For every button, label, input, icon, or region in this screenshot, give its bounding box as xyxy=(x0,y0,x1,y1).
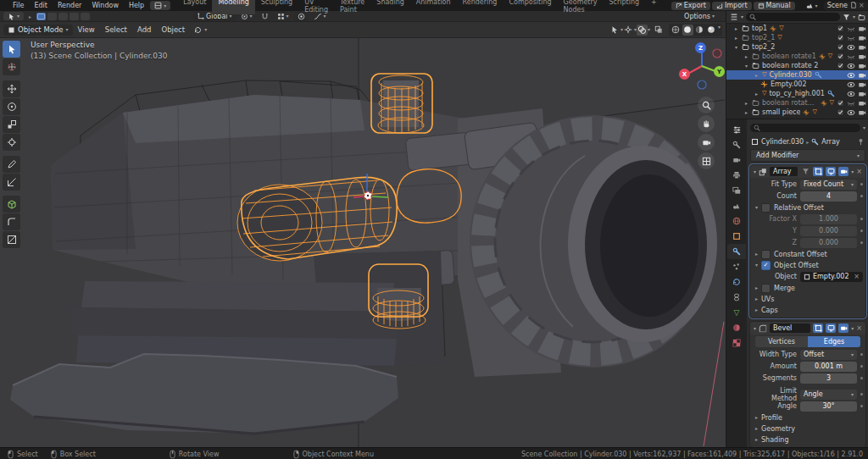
unlink-scene-icon[interactable]: × xyxy=(859,2,865,9)
outliner-row-empty-002[interactable]: Empty.002 xyxy=(726,80,868,89)
tab-object[interactable] xyxy=(727,229,746,244)
vertices-button[interactable]: Vertices xyxy=(755,336,808,347)
camera-render-icon[interactable] xyxy=(858,108,866,117)
shading-rendered-button[interactable] xyxy=(706,25,717,36)
outliner-row-boolean-rotate-3[interactable]: ▸ boolean rotate 3 ▽ xyxy=(726,98,868,108)
transform-extras-dropdown[interactable]: ▾ xyxy=(190,25,211,36)
new-collection-icon[interactable] xyxy=(858,14,865,21)
factor-z-slider[interactable]: 0.000 xyxy=(800,238,857,248)
show-in-editmode-toggle[interactable] xyxy=(813,324,823,333)
eye-icon[interactable] xyxy=(847,62,855,70)
constant-offset-checkbox[interactable] xyxy=(761,250,771,259)
tool-scale[interactable] xyxy=(3,116,20,133)
fit-type-dropdown[interactable]: Fixed Count▾ xyxy=(800,180,857,190)
factor-y-slider[interactable]: 0.000 xyxy=(800,226,857,236)
eye-icon[interactable] xyxy=(847,108,855,117)
tab-scripting[interactable]: Scripting xyxy=(604,0,646,14)
exclude-checkbox[interactable] xyxy=(837,62,844,69)
outliner-row-boolean-rotate-2[interactable]: ▾ boolean rotate 2 xyxy=(726,61,868,70)
factor-x-slider[interactable]: 1.000 xyxy=(800,214,857,224)
menu-window[interactable]: Window xyxy=(87,2,123,9)
show-in-editmode-toggle[interactable] xyxy=(813,167,823,176)
tab-animation[interactable]: Animation xyxy=(410,0,457,14)
eye-closed-icon[interactable] xyxy=(847,53,855,61)
menu-render[interactable]: Render xyxy=(53,2,86,9)
exclude-checkbox[interactable] xyxy=(837,34,844,41)
pin-icon[interactable] xyxy=(857,138,865,146)
exclude-checkbox[interactable] xyxy=(837,25,844,32)
show-realtime-toggle[interactable] xyxy=(826,167,836,176)
tab-output[interactable] xyxy=(727,168,746,183)
animate-dot-icon[interactable] xyxy=(860,195,863,197)
camera-render-icon[interactable] xyxy=(858,43,866,52)
exclude-checkbox[interactable] xyxy=(837,53,844,60)
tab-geometry-nodes[interactable]: Geometry Nodes xyxy=(558,0,604,14)
breadcrumb-object[interactable]: Cylinder.030 xyxy=(761,138,804,146)
show-realtime-toggle[interactable] xyxy=(826,324,836,333)
gizmo-y-axis[interactable]: Y xyxy=(714,66,725,77)
tool-move[interactable] xyxy=(3,80,20,97)
camera-render-icon[interactable] xyxy=(858,99,866,108)
shading-wireframe-button[interactable] xyxy=(670,25,682,36)
exclude-checkbox[interactable] xyxy=(837,99,844,107)
tool-cursor[interactable] xyxy=(3,58,20,75)
animate-dot-icon[interactable] xyxy=(860,377,863,379)
exclude-checkbox[interactable] xyxy=(837,108,844,116)
show-on-cage-toggle[interactable] xyxy=(800,167,810,176)
eye-icon[interactable] xyxy=(847,71,855,80)
modifier-extras-dropdown[interactable]: ▾ xyxy=(851,326,854,331)
collapse-icon[interactable]: ▾ xyxy=(755,205,758,210)
array-modifier-header[interactable]: ▾ Array ▾ × xyxy=(750,165,865,178)
animate-dot-icon[interactable] xyxy=(860,353,863,356)
expand-icon[interactable]: ▸ xyxy=(733,35,739,41)
gizmos-toggle[interactable] xyxy=(623,25,634,36)
select-mode-new[interactable] xyxy=(36,13,46,20)
workspace-switch-button[interactable]: ▾ xyxy=(150,1,170,10)
expand-icon[interactable]: ▸ xyxy=(755,415,758,420)
shading-material-button[interactable] xyxy=(694,25,705,36)
active-tool-dropdown[interactable]: ▾ xyxy=(3,12,24,20)
expand-icon[interactable]: ▸ xyxy=(754,72,760,78)
show-render-toggle[interactable] xyxy=(838,324,849,333)
tab-scene[interactable] xyxy=(727,198,746,213)
scene-browse-button[interactable]: ▾ xyxy=(802,2,822,10)
eye-closed-icon[interactable] xyxy=(847,99,855,108)
tool-annotate[interactable] xyxy=(3,156,20,173)
amount-slider[interactable]: 0.001 m xyxy=(800,362,857,372)
export-button[interactable]: Export xyxy=(671,2,710,10)
merge-checkbox[interactable] xyxy=(761,284,771,293)
viewport-canvas[interactable] xyxy=(0,37,726,447)
select-mode-subtract[interactable] xyxy=(58,13,68,20)
tab-modifiers[interactable] xyxy=(727,244,746,259)
collapse-icon[interactable]: ▾ xyxy=(754,169,756,174)
camera-render-icon[interactable] xyxy=(858,90,866,98)
expand-icon[interactable]: ▸ xyxy=(755,437,758,442)
viewport-menu-object[interactable]: Object xyxy=(156,25,190,34)
viewport-menu-add[interactable]: Add xyxy=(132,25,156,34)
tab-texture[interactable] xyxy=(727,335,746,351)
expand-icon[interactable]: ▸ xyxy=(754,91,760,97)
menu-help[interactable]: Help xyxy=(125,2,148,9)
animate-dot-icon[interactable] xyxy=(860,218,863,220)
outliner-row-top2-1[interactable]: ▸ top2_1 ▽ xyxy=(726,33,868,42)
new-scene-icon[interactable] xyxy=(850,2,857,8)
tab-physics[interactable] xyxy=(727,274,746,290)
menu-file[interactable]: File xyxy=(8,2,28,9)
properties-editor-type-dropdown[interactable] xyxy=(727,122,746,137)
object-offset-checkbox[interactable]: ✓ xyxy=(761,261,771,270)
offset-object-field[interactable]: Empty.002 × xyxy=(800,272,863,282)
manual-button[interactable]: Manual xyxy=(754,2,795,10)
outliner-row-top1[interactable]: ▸ top1 ▽ xyxy=(726,24,868,33)
camera-view-button[interactable] xyxy=(698,134,715,151)
tab-world[interactable] xyxy=(727,213,746,229)
tab-add-workspace[interactable]: + xyxy=(645,0,663,14)
menu-edit[interactable]: Edit xyxy=(30,2,52,9)
tool-transform[interactable] xyxy=(3,134,20,151)
camera-render-icon[interactable] xyxy=(858,62,866,70)
animate-dot-icon[interactable] xyxy=(860,393,863,395)
expand-icon[interactable]: ▸ xyxy=(755,285,758,290)
tab-rendering[interactable]: Rendering xyxy=(457,0,504,14)
edges-button[interactable]: Edges xyxy=(808,336,860,347)
viewport-menu-view[interactable]: View xyxy=(73,25,100,34)
camera-render-icon[interactable] xyxy=(858,80,866,89)
